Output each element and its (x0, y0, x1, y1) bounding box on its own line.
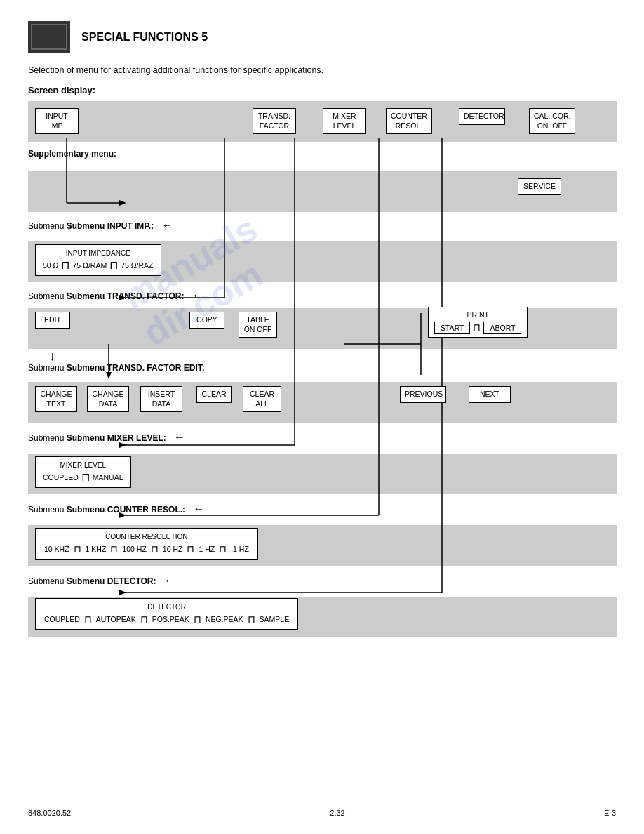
menu-detector[interactable]: DETECTOR (459, 108, 505, 125)
mixer-level-box: MIXER LEVEL COUPLED ⊓ MANUAL (35, 456, 131, 488)
table-box[interactable]: TABLE ON OFF (239, 312, 277, 338)
description: Selection of menu for activating additio… (28, 65, 616, 75)
mixer-pin: ⊓ (81, 472, 90, 483)
diagram: INPUT IMP. TRANSD. FACTOR MIXER LEVEL CO… (28, 101, 617, 733)
menu-counter-resol[interactable]: COUNTER RESOL. (386, 108, 432, 134)
submenu-detector-label: Submenu Submenu DETECTOR: ← (28, 574, 175, 587)
menu-input-imp[interactable]: INPUT IMP. (35, 108, 79, 134)
arrow-mixer: ← (174, 431, 185, 443)
print-pin: ⊓ (473, 322, 481, 334)
change-text-box[interactable]: CHANGE TEXT (35, 386, 77, 412)
svg-marker-7 (106, 372, 112, 379)
page-title: SPECIAL FUNCTIONS 5 (81, 31, 208, 44)
menu-transd-factor[interactable]: TRANSD. FACTOR (253, 108, 296, 134)
abort-btn[interactable]: ABORT (483, 322, 521, 334)
clear-all-box[interactable]: CLEAR ALL (243, 386, 281, 412)
clear-box[interactable]: CLEAR (196, 386, 232, 403)
footer-center: 2.32 (330, 809, 344, 817)
print-sub: START ⊓ ABORT (434, 322, 521, 334)
input-impedance-options: 50 Ω ⊓ 75 Ω/RAM ⊓ 75 Ω/RAZ (43, 260, 154, 271)
arrow-down-edit: ↓ (49, 349, 55, 364)
previous-box[interactable]: PREVIOUS (400, 386, 446, 403)
menu-mixer-level[interactable]: MIXER LEVEL (323, 108, 366, 134)
submenu-transd-label: Submenu Submenu TRANSD. FACTOR: ← (28, 289, 203, 302)
print-box: PRINT START ⊓ ABORT (428, 307, 528, 338)
change-data-box[interactable]: CHANGE DATA (87, 386, 129, 412)
input-impedance-title: INPUT IMPEDANCE (43, 249, 154, 257)
detector-options: COUPLED ⊓ AUTOPEAK ⊓ POS.PEAK ⊓ NEG.PEAK… (44, 614, 289, 625)
header-icon (28, 21, 70, 53)
counter-resolution-box: COUNTER RESOLUTION 10 KHZ ⊓ 1 KHZ ⊓ 100 … (35, 528, 258, 560)
submenu-counter-label: Submenu Submenu COUNTER RESOL.: ← (28, 503, 204, 515)
submenu-input-imp-label: Submenu Submenu INPUT IMP.: ← (28, 219, 173, 232)
start-btn[interactable]: START (434, 322, 470, 334)
service-box[interactable]: SERVICE (518, 178, 561, 195)
header: SPECIAL FUNCTIONS 5 (28, 21, 616, 53)
footer-left: 848.0020.52 (28, 809, 71, 817)
footer: 848.0020.52 2.32 E-3 (28, 809, 616, 817)
mixer-title: MIXER LEVEL (43, 461, 123, 469)
next-box[interactable]: NEXT (469, 386, 511, 403)
mixer-options: COUPLED ⊓ MANUAL (43, 472, 123, 483)
supplementary-label: Supplementary menu: (28, 149, 116, 159)
input-impedance-box: INPUT IMPEDANCE 50 Ω ⊓ 75 Ω/RAM ⊓ 75 Ω/R… (35, 244, 161, 276)
arrow-transd: ← (192, 289, 203, 301)
pin2: ⊓ (109, 260, 118, 271)
pin1: ⊓ (61, 260, 69, 271)
svg-marker-13 (119, 590, 126, 595)
counter-options: 10 KHZ ⊓ 1 KHZ ⊓ 100 HZ ⊓ 10 HZ ⊓ 1 HZ ⊓… (44, 543, 249, 555)
print-title: PRINT (434, 310, 521, 319)
copy-box[interactable]: COPY (189, 312, 224, 329)
submenu-transd-edit-label: Submenu Submenu TRANSD. FACTOR EDIT: (28, 363, 205, 373)
submenu-mixer-label: Submenu Submenu MIXER LEVEL: ← (28, 431, 185, 444)
edit-box[interactable]: EDIT (35, 312, 70, 329)
detector-box: DETECTOR COUPLED ⊓ AUTOPEAK ⊓ POS.PEAK ⊓… (35, 598, 298, 630)
insert-data-box[interactable]: INSERT DATA (140, 386, 182, 412)
arrow-detector: ← (164, 574, 175, 586)
arrow-input-imp: ← (162, 219, 173, 231)
arrow-counter: ← (193, 503, 204, 515)
detector-title: DETECTOR (44, 603, 289, 611)
screen-display-label: Screen display: (28, 85, 616, 95)
band-transd (28, 308, 617, 349)
counter-title: COUNTER RESOLUTION (44, 533, 249, 541)
page: SPECIAL FUNCTIONS 5 Selection of menu fo… (0, 0, 644, 834)
footer-right: E-3 (604, 809, 616, 817)
menu-cal-cor[interactable]: CAL. COR. ON OFF (529, 108, 575, 134)
